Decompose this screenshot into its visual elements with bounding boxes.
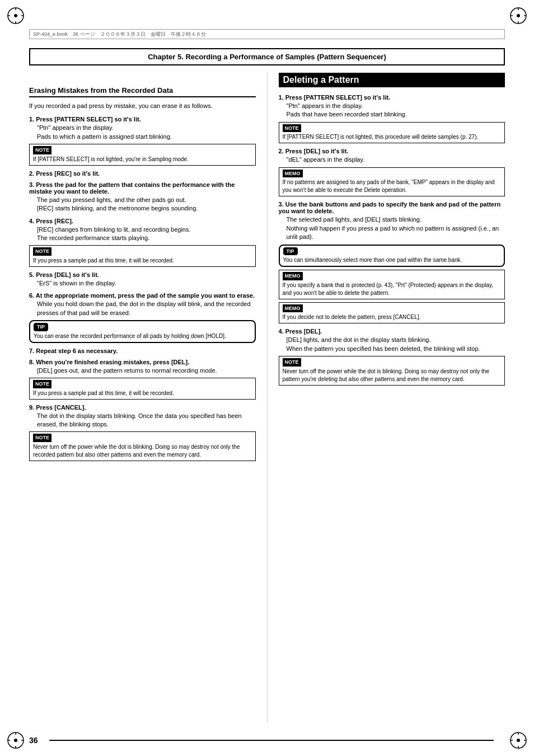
right-step-4-body: [DEL] lights, and the dot in the display… [279, 336, 505, 353]
left-step-8-note: NOTE If you press a sample pad at this t… [29, 378, 256, 400]
corner-mark-br [508, 730, 528, 750]
left-step-2: 2. Press [REC] so it's lit. [29, 170, 256, 177]
right-step-3-memo2: MEMO If you decide not to delete the pat… [279, 302, 505, 324]
right-step-1-note: NOTE If [PATTERN SELECT] is not lighted,… [279, 122, 505, 144]
left-step-3: 3. Press the pad for the pattern that co… [29, 181, 256, 213]
left-step-9-body: The dot in the display starts blinking. … [29, 412, 256, 429]
chapter-title-box: Chapter 5. Recording a Performance of Sa… [29, 48, 505, 65]
right-step-3-body: The selected pad lights, and [DEL] start… [279, 215, 505, 241]
left-step-7: 7. Repeat step 6 as necessary. [29, 348, 256, 354]
left-step-8-header: 8. When you're finished erasing mistakes… [29, 359, 256, 365]
svg-point-7 [517, 14, 520, 17]
left-step-3-header: 3. Press the pad for the pattern that co… [29, 181, 256, 195]
left-step-5: 5. Press [DEL] so it's lit. "ErS" is sho… [29, 271, 256, 288]
left-section-title: Erasing Mistakes from the Recorded Data [29, 86, 256, 97]
svg-point-13 [14, 739, 17, 742]
chapter-title: Chapter 5. Recording a Performance of Sa… [148, 53, 386, 61]
left-step-4-note: NOTE If you press a sample pad at this t… [29, 245, 256, 267]
left-step-8: 8. When you're finished erasing mistakes… [29, 359, 256, 400]
left-step-3-body: The pad you pressed lights, and the othe… [29, 196, 256, 213]
header-meta-bar: SP-404_e.book 36 ページ ２００６年３月３日 金曜日 午後２時４… [29, 29, 505, 39]
left-step-9: 9. Press [CANCEL]. The dot in the displa… [29, 404, 256, 461]
left-intro: If you recorded a pad press by mistake, … [29, 102, 256, 110]
left-column: Erasing Mistakes from the Recorded Data … [29, 73, 256, 722]
left-step-6-header: 6. At the appropriate moment, press the … [29, 292, 256, 299]
corner-mark-tr [508, 6, 528, 26]
left-step-4-header: 4. Press [REC]. [29, 218, 256, 224]
right-step-4-header: 4. Press [DEL]. [279, 328, 505, 335]
right-step-3-header: 3. Use the bank buttons and pads to spec… [279, 201, 505, 214]
right-column: Deleting a Pattern 1. Press [PATTERN SEL… [279, 73, 505, 722]
right-step-3-tip: TIP You can simultaneously select more t… [279, 245, 505, 267]
left-step-6-body: While you hold down the pad, the dot in … [29, 300, 256, 317]
column-divider [267, 73, 268, 722]
page-number: 36 [29, 736, 38, 745]
left-step-7-header: 7. Repeat step 6 as necessary. [29, 348, 256, 354]
left-step-6: 6. At the appropriate moment, press the … [29, 292, 256, 342]
left-step-5-body: "ErS" is shown in the display. [29, 279, 256, 288]
left-step-4-body: [REC] changes from blinking to lit, and … [29, 226, 256, 243]
left-step-9-note: NOTE Never turn off the power while the … [29, 431, 256, 461]
right-step-4: 4. Press [DEL]. [DEL] lights, and the do… [279, 328, 505, 385]
left-step-5-header: 5. Press [DEL] so it's lit. [29, 271, 256, 278]
left-step-6-tip: TIP You can erase the recorded performan… [29, 320, 256, 343]
right-step-3-memo1: MEMO If you specify a bank that is prote… [279, 270, 505, 299]
main-content: Erasing Mistakes from the Recorded Data … [29, 73, 505, 722]
right-step-2-body: "dEL" appears in the display. [279, 156, 505, 164]
right-step-4-note: NOTE Never turn off the power while the … [279, 356, 505, 386]
left-step-9-header: 9. Press [CANCEL]. [29, 404, 256, 411]
footer-line [49, 740, 494, 741]
right-step-1: 1. Press [PATTERN SELECT] so it's lit. "… [279, 94, 505, 143]
right-step-2: 2. Press [DEL] so it's lit. "dEL" appear… [279, 148, 505, 196]
left-step-8-body: [DEL] goes out, and the pattern returns … [29, 367, 256, 375]
svg-point-1 [14, 14, 17, 17]
left-step-1-body: "Ptn" appears in the display.Pads to whi… [29, 124, 256, 141]
right-section-title: Deleting a Pattern [279, 73, 505, 87]
right-step-2-memo: MEMO If no patterns are assigned to any … [279, 167, 505, 197]
left-step-4: 4. Press [REC]. [REC] changes from blink… [29, 218, 256, 267]
right-step-1-header: 1. Press [PATTERN SELECT] so it's lit. [279, 94, 505, 101]
left-step-1-note: NOTE If [PATTERN SELECT] is not lighted,… [29, 144, 256, 166]
right-step-2-header: 2. Press [DEL] so it's lit. [279, 148, 505, 154]
svg-point-19 [517, 739, 520, 742]
corner-mark-tl [6, 6, 26, 26]
header-meta-text: SP-404_e.book 36 ページ ２００６年３月３日 金曜日 午後２時４… [33, 31, 206, 38]
right-step-3: 3. Use the bank buttons and pads to spec… [279, 201, 505, 323]
left-step-1: 1. Press [PATTERN SELECT] so it's lit. "… [29, 116, 256, 165]
corner-mark-bl [6, 730, 26, 750]
right-step-1-body: "Ptn" appears in the display.Pads that h… [279, 102, 505, 119]
footer: 36 [29, 736, 505, 745]
left-step-2-header: 2. Press [REC] so it's lit. [29, 170, 256, 177]
left-step-1-header: 1. Press [PATTERN SELECT] so it's lit. [29, 116, 256, 123]
